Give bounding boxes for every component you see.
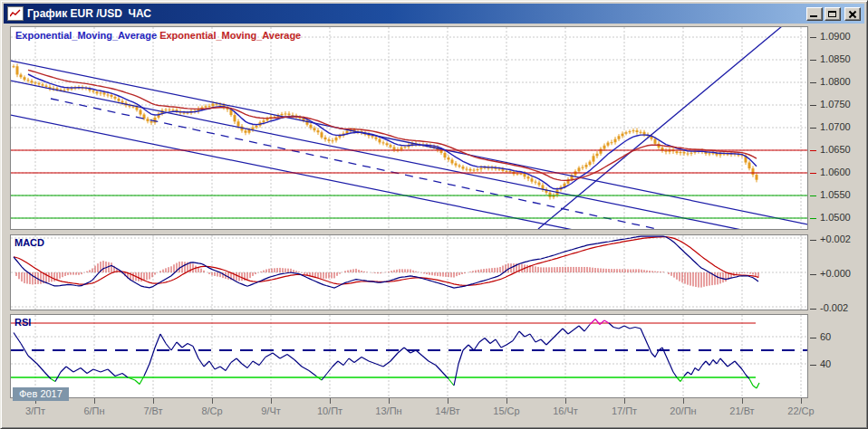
date-label: 7/Вт <box>132 405 174 416</box>
trendline <box>11 61 807 224</box>
time-tick <box>153 398 154 404</box>
month-badge: Фев 2017 <box>13 387 69 401</box>
trendline-dashed <box>51 99 807 229</box>
date-label: 15/Ср <box>486 405 527 416</box>
axis-tick <box>810 105 816 106</box>
price-axis-label: 1.0650 <box>820 144 851 155</box>
rsi-axis-label: 40 <box>820 358 831 369</box>
time-tick <box>742 398 743 404</box>
axis-tick <box>810 240 816 241</box>
price-levels <box>11 150 807 218</box>
time-tick <box>506 398 507 404</box>
chart-icon <box>7 6 24 21</box>
price-axis-label: 1.0800 <box>820 76 851 87</box>
window-title: График EUR /USD ЧАС <box>27 7 806 20</box>
date-label: 21/Вт <box>721 405 763 416</box>
time-tick <box>212 398 213 404</box>
time-axis[interactable]: 3/Пт6/Пн7/Вт8/Ср9/Чт10/Пт13/Пн14/Вт15/Ср… <box>10 398 809 422</box>
maximize-button[interactable] <box>825 7 841 21</box>
time-tick <box>683 398 684 404</box>
time-tick <box>330 398 331 404</box>
rsi-grid <box>11 315 807 397</box>
axis-tick <box>810 338 816 338</box>
date-label: 6/Пн <box>73 405 115 416</box>
date-label: 16/Чт <box>545 405 586 416</box>
axis-tick <box>810 309 816 310</box>
axis-tick <box>810 218 816 219</box>
trendline <box>538 27 782 229</box>
axis-tick <box>810 150 816 151</box>
price-axis-label: 1.0500 <box>820 212 851 223</box>
price-axis-label: 1.0750 <box>820 99 851 110</box>
date-label: 22/Ср <box>780 405 822 416</box>
macd-axis-label: +0.002 <box>820 234 851 244</box>
price-chart[interactable] <box>11 27 807 229</box>
legend-ema-fast: Exponential_Moving_Average <box>15 30 157 41</box>
macd-axis-label: -0.002 <box>820 302 848 313</box>
indicator-legend: Exponential_Moving_Average Exponential_M… <box>15 30 301 41</box>
macd-histogram <box>14 261 758 287</box>
price-axis-label: 1.0550 <box>820 189 851 200</box>
price-chart-panel[interactable]: Exponential_Moving_Average Exponential_M… <box>10 26 808 230</box>
time-tick <box>389 398 390 404</box>
macd-panel[interactable]: MACD <box>10 234 808 310</box>
date-label: 20/Пн <box>662 405 704 416</box>
date-label: 3/Пт <box>14 405 56 416</box>
time-tick <box>801 398 802 404</box>
macd-chart[interactable] <box>11 235 807 310</box>
axis-tick <box>810 173 816 174</box>
minimize-icon <box>810 15 817 17</box>
price-axis[interactable]: 1.09001.08501.08001.07501.07001.06501.06… <box>810 26 863 406</box>
rsi-label: RSI <box>14 317 31 328</box>
time-tick <box>271 398 272 404</box>
date-label: 8/Ср <box>191 405 233 416</box>
minimize-button[interactable] <box>806 7 823 21</box>
date-label: 13/Пн <box>368 405 410 416</box>
price-grid <box>11 27 807 229</box>
macd-label: MACD <box>14 237 44 248</box>
trendline <box>11 115 807 229</box>
axis-tick <box>810 60 816 61</box>
price-axis-label: 1.0600 <box>820 167 851 177</box>
price-axis-label: 1.0700 <box>820 121 851 132</box>
maximize-icon <box>828 11 836 17</box>
rsi-panel[interactable]: RSI <box>10 314 808 398</box>
time-tick <box>565 398 566 404</box>
title-bar[interactable]: График EUR /USD ЧАС <box>4 4 864 24</box>
date-label: 9/Чт <box>250 405 292 416</box>
window-controls <box>806 7 861 21</box>
rsi-chart[interactable] <box>11 315 807 397</box>
macd-line <box>14 236 758 288</box>
macd-axis-label: +0.000 <box>820 268 851 279</box>
time-tick <box>448 398 448 404</box>
axis-tick <box>810 128 816 129</box>
date-label: 14/Вт <box>427 405 468 416</box>
axis-tick <box>810 274 816 275</box>
axis-tick <box>810 195 816 196</box>
rsi-axis-label: 60 <box>820 331 831 342</box>
chart-window: График EUR /USD ЧАС Exponential_Moving_A… <box>0 0 868 429</box>
macd-signal-line <box>14 237 758 286</box>
axis-tick <box>810 37 816 38</box>
axis-tick <box>810 365 816 366</box>
price-axis-label: 1.0900 <box>820 31 851 42</box>
axis-tick <box>810 82 816 83</box>
close-button[interactable] <box>844 7 861 21</box>
time-tick <box>624 398 625 404</box>
price-axis-label: 1.0850 <box>820 53 851 64</box>
legend-ema-slow: Exponential_Moving_Average <box>159 30 301 41</box>
trendlines <box>11 27 807 229</box>
time-tick <box>94 398 95 404</box>
date-label: 10/Пт <box>309 405 351 416</box>
date-label: 17/Пт <box>603 405 645 416</box>
